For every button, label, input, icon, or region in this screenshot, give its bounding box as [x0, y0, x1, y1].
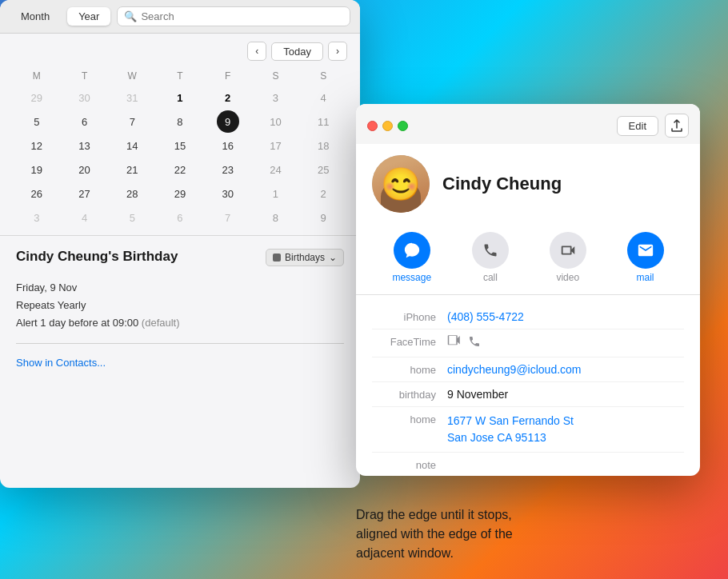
cal-day[interactable]: 6 — [74, 110, 96, 133]
detail-row-birthday: birthday 9 November — [372, 382, 684, 407]
calendar-grid: M T W T F S S 29 30 31 1 2 3 4 5 6 7 8 9… — [0, 69, 360, 229]
day-header-t2: T — [156, 69, 204, 83]
detail-row-email: home cindycheung9@icloud.com — [372, 357, 684, 382]
cal-day[interactable]: 10 — [264, 110, 286, 133]
day-header-f: F — [204, 69, 252, 83]
cal-day[interactable]: 8 — [264, 206, 286, 229]
detail-row-facetime: FaceTime — [372, 329, 684, 357]
call-button[interactable]: call — [472, 232, 509, 283]
cal-day[interactable]: 8 — [169, 110, 191, 133]
mail-label: mail — [637, 272, 654, 283]
detail-value-email[interactable]: cindycheung9@icloud.com — [447, 363, 684, 376]
avatar-image — [372, 155, 430, 213]
facetime-video-icon[interactable] — [447, 335, 462, 351]
cal-day[interactable]: 29 — [169, 182, 191, 205]
contact-name: Cindy Cheung — [442, 174, 562, 194]
cal-week-4: 19 20 21 22 23 24 25 — [13, 158, 347, 181]
contact-header: Cindy Cheung — [356, 144, 700, 224]
contacts-titlebar: Edit — [356, 104, 700, 144]
cal-day[interactable]: 29 — [26, 86, 48, 109]
cal-day[interactable]: 1 — [264, 182, 286, 205]
tab-year[interactable]: Year — [67, 7, 110, 26]
cal-day[interactable]: 2 — [312, 182, 334, 205]
cal-day[interactable]: 4 — [312, 86, 334, 109]
tab-month[interactable]: Month — [10, 7, 61, 26]
day-header-t1: T — [61, 69, 109, 83]
event-divider — [16, 343, 344, 344]
cal-day[interactable]: 4 — [74, 206, 96, 229]
cal-day[interactable]: 30 — [74, 86, 96, 109]
cal-day[interactable]: 11 — [312, 110, 334, 133]
cal-day[interactable]: 22 — [169, 158, 191, 181]
cal-day[interactable]: 17 — [264, 134, 286, 157]
message-button[interactable]: message — [392, 232, 431, 283]
cal-day[interactable]: 14 — [121, 134, 143, 157]
cal-day[interactable]: 20 — [74, 158, 96, 181]
detail-label-birthday: birthday — [372, 388, 436, 401]
cal-day[interactable]: 25 — [312, 158, 334, 181]
event-calendar-badge[interactable]: Birthdays ⌄ — [266, 249, 344, 266]
search-bar[interactable]: 🔍 — [117, 6, 350, 26]
today-button[interactable]: Today — [271, 42, 323, 61]
cal-day-today[interactable]: 9 — [217, 110, 239, 133]
instruction-paragraph: Drag the edge until it stops,aligned wit… — [356, 505, 692, 563]
cal-day[interactable]: 26 — [26, 182, 48, 205]
cal-day[interactable]: 5 — [26, 110, 48, 133]
cal-day[interactable]: 1 — [169, 86, 191, 109]
cal-day[interactable]: 28 — [121, 182, 143, 205]
cal-day[interactable]: 9 — [312, 206, 334, 229]
contact-actions: message call video mail — [356, 224, 700, 295]
avatar — [372, 155, 430, 213]
event-info: Friday, 9 Nov Repeats Yearly Alert 1 day… — [16, 279, 344, 332]
cal-week-3: 12 13 14 15 16 17 18 — [13, 134, 347, 157]
cal-day[interactable]: 24 — [264, 158, 286, 181]
cal-day[interactable]: 15 — [169, 134, 191, 157]
day-header-m: M — [13, 69, 61, 83]
cal-day[interactable]: 7 — [121, 110, 143, 133]
show-in-contacts-link[interactable]: Show in Contacts... — [16, 357, 106, 369]
cal-week-2: 5 6 7 8 9 10 11 — [13, 110, 347, 133]
next-button[interactable]: › — [328, 42, 347, 61]
share-button[interactable] — [665, 114, 689, 138]
detail-row-address: home 1677 W San Fernando StSan Jose CA 9… — [372, 407, 684, 453]
cal-day[interactable]: 27 — [74, 182, 96, 205]
cal-day[interactable]: 3 — [264, 86, 286, 109]
event-date: Friday, 9 Nov — [16, 279, 344, 297]
day-header-w: W — [108, 69, 156, 83]
cal-day[interactable]: 2 — [217, 86, 239, 109]
facetime-icons — [447, 335, 481, 351]
instruction-text: Drag the edge until it stops,aligned wit… — [356, 505, 692, 563]
facetime-phone-icon[interactable] — [468, 335, 481, 351]
cal-day[interactable]: 7 — [217, 206, 239, 229]
search-input[interactable] — [141, 10, 343, 22]
cal-day[interactable]: 5 — [121, 206, 143, 229]
detail-value-address[interactable]: 1677 W San Fernando StSan Jose CA 95113 — [447, 413, 684, 446]
prev-button[interactable]: ‹ — [247, 42, 266, 61]
close-button[interactable] — [367, 121, 378, 131]
cal-week-6: 3 4 5 6 7 8 9 — [13, 206, 347, 229]
edit-button[interactable]: Edit — [617, 116, 658, 136]
cal-day[interactable]: 13 — [74, 134, 96, 157]
cal-day[interactable]: 31 — [121, 86, 143, 109]
detail-value-iphone[interactable]: (408) 555-4722 — [447, 310, 684, 323]
day-headers: M T W T F S S — [13, 69, 347, 83]
cal-day[interactable]: 21 — [121, 158, 143, 181]
cal-day[interactable]: 6 — [169, 206, 191, 229]
detail-row-note: note — [372, 453, 684, 476]
cal-day[interactable]: 23 — [217, 158, 239, 181]
video-icon — [550, 232, 586, 269]
calendar-dropdown-icon[interactable]: ⌄ — [329, 252, 337, 263]
cal-day[interactable]: 12 — [26, 134, 48, 157]
cal-week-1: 29 30 31 1 2 3 4 — [13, 86, 347, 109]
minimize-button[interactable] — [382, 121, 393, 131]
video-button[interactable]: video — [550, 232, 586, 283]
cal-day[interactable]: 19 — [26, 158, 48, 181]
cal-day[interactable]: 18 — [312, 134, 334, 157]
cal-day[interactable]: 3 — [26, 206, 48, 229]
event-repeat: Repeats Yearly — [16, 297, 344, 314]
cal-day[interactable]: 16 — [217, 134, 239, 157]
mail-button[interactable]: mail — [627, 232, 664, 283]
event-alert: Alert 1 day before at 09:00 (default) — [16, 314, 344, 332]
cal-day[interactable]: 30 — [217, 182, 239, 205]
fullscreen-button[interactable] — [398, 121, 408, 131]
